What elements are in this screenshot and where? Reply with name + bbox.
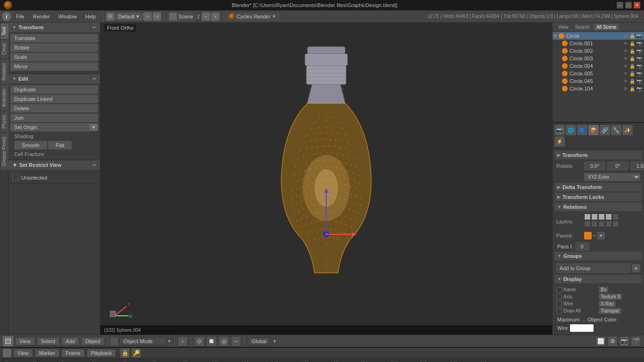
timeline-view[interactable]: View xyxy=(13,349,33,357)
key-icon[interactable]: 🔑 xyxy=(131,348,141,358)
pass-value[interactable]: 0 xyxy=(575,242,589,251)
outliner-item-circle045[interactable]: Circle.045 👁 🔒 📷 xyxy=(553,77,644,85)
tab-view[interactable]: View xyxy=(555,24,571,30)
props-tab-render[interactable]: 📷 xyxy=(554,125,565,135)
add-screen-button[interactable]: + xyxy=(143,12,152,21)
layer-7[interactable] xyxy=(591,221,598,227)
display-header[interactable]: ▼ Display xyxy=(554,275,642,283)
add-to-group-button[interactable]: Add to Group xyxy=(556,263,630,273)
add-group-plus-button[interactable]: + xyxy=(632,264,640,272)
view-settings-btn[interactable]: ⚙ xyxy=(607,336,618,346)
transform-prop-header[interactable]: ▶ Transform xyxy=(554,151,642,159)
close-screen-button[interactable]: × xyxy=(153,12,161,21)
layer-8[interactable] xyxy=(598,221,605,227)
props-tab-constraints[interactable]: 🔗 xyxy=(600,125,610,135)
delta-transform-header[interactable]: ▶ Delta Transform xyxy=(554,183,642,191)
name-checkbox[interactable] xyxy=(556,287,562,293)
tab-all-scenes[interactable]: All Scene xyxy=(594,24,619,30)
delete-button[interactable]: Delete xyxy=(10,104,98,113)
viewport[interactable]: Front Ortho + xyxy=(100,23,552,335)
set-origin-button[interactable]: Set Origin xyxy=(10,123,89,132)
close-button[interactable]: ✕ xyxy=(634,2,640,8)
wire-checkbox[interactable] xyxy=(556,301,562,307)
tab-creat[interactable]: Creat xyxy=(0,39,8,58)
rot-x[interactable]: 0.0° xyxy=(584,162,605,170)
flat-button[interactable]: Flat xyxy=(48,141,72,149)
set-origin-dropdown[interactable]: ▼ xyxy=(89,123,98,131)
workspace-dropdown[interactable]: Default ▼ xyxy=(116,13,143,20)
groups-header[interactable]: ▼ Groups xyxy=(554,252,642,260)
object-menu[interactable]: Object xyxy=(81,337,105,346)
scale-button[interactable]: Scale xyxy=(10,53,98,61)
props-tab-object[interactable]: 📦 xyxy=(588,125,599,135)
props-tab-scene[interactable]: 🌐 xyxy=(566,125,576,135)
rotation-mode-select[interactable]: XYZ Euler xyxy=(584,173,640,181)
outliner-item-circle005[interactable]: Circle.005 👁 🔒 📷 xyxy=(553,70,644,77)
minimize-button[interactable]: ─ xyxy=(617,2,623,8)
menu-file[interactable]: File xyxy=(12,13,28,20)
restrict-header[interactable]: ▼ Set Restrict View ⇔ xyxy=(8,160,100,170)
translate-button[interactable]: Translate xyxy=(10,34,98,42)
timeline-frame[interactable]: Frame xyxy=(61,349,85,357)
timeline-marker[interactable]: Marker xyxy=(35,349,59,357)
tab-tool[interactable]: Tool xyxy=(0,23,8,39)
global-select[interactable]: Global xyxy=(248,337,271,346)
object-color-swatch[interactable] xyxy=(570,324,594,332)
lock-icon[interactable]: 🔒 xyxy=(120,348,130,358)
relations-header[interactable]: ▼ Relations xyxy=(554,203,642,211)
render-btn[interactable]: 🎬 xyxy=(631,336,641,346)
outliner-item-circle002[interactable]: Circle.002 👁 🔒 📷 xyxy=(553,47,644,55)
wire-shading-btn[interactable]: ○ xyxy=(178,336,188,346)
layer-5[interactable] xyxy=(612,214,619,220)
proportional-btn[interactable]: ◎ xyxy=(219,336,229,346)
layer-1[interactable] xyxy=(584,214,591,220)
view-menu[interactable]: View xyxy=(15,337,35,346)
pivot-btn[interactable]: ⊙ xyxy=(194,336,205,346)
outliner-item-circle001[interactable]: Circle.001 👁 🔒 📷 xyxy=(553,40,644,47)
menu-render[interactable]: Render xyxy=(29,13,54,20)
rot-z[interactable]: 1.0° xyxy=(630,162,644,170)
layer-10[interactable] xyxy=(612,221,619,227)
duplicate-button[interactable]: Duplicate xyxy=(10,85,98,94)
info-button[interactable]: i xyxy=(2,12,11,21)
props-tab-particles[interactable]: ✨ xyxy=(622,125,633,135)
timeline-playback[interactable]: Playback xyxy=(87,349,116,357)
camera-btn[interactable]: 📷 xyxy=(619,336,629,346)
layer-2[interactable] xyxy=(591,214,598,220)
tab-search[interactable]: Search xyxy=(572,24,593,30)
tab-animatio[interactable]: Animatio xyxy=(0,84,8,111)
transform-header[interactable]: ▼ Transform ⇔ xyxy=(8,23,100,32)
edit-header[interactable]: ▼ Edit ⇔ xyxy=(8,74,100,83)
add-scene-button[interactable]: + xyxy=(202,12,210,21)
props-tab-world[interactable]: 🔵 xyxy=(577,125,587,135)
rot-y[interactable]: 0° xyxy=(607,162,628,170)
tab-physic[interactable]: Physic xyxy=(0,110,8,132)
layer-9[interactable] xyxy=(605,221,612,227)
parent-dropdown-btn[interactable]: ▼ xyxy=(597,232,605,239)
props-tab-physics[interactable]: ⚡ xyxy=(554,136,565,147)
duplicate-linked-button[interactable]: Duplicate Linked xyxy=(10,95,98,103)
tab-grease-pencil[interactable]: Grease Pencil xyxy=(0,132,8,170)
tab-relation[interactable]: Relation xyxy=(0,59,8,84)
mode-select[interactable]: Object Mode xyxy=(119,337,166,346)
close-scene-button[interactable]: × xyxy=(211,12,220,21)
mirror-button[interactable]: Mirror xyxy=(10,62,98,71)
snap-btn[interactable]: 🔲 xyxy=(206,336,217,346)
join-button[interactable]: Join xyxy=(10,114,98,122)
menu-help[interactable]: Help xyxy=(82,13,100,20)
maximize-button[interactable]: □ xyxy=(625,2,632,8)
layer-3[interactable] xyxy=(598,214,605,220)
props-tab-modifiers[interactable]: 🔧 xyxy=(611,125,621,135)
transform-locks-header[interactable]: ▶ Transform Locks xyxy=(554,193,642,201)
outliner-item-circle104[interactable]: Circle.104 👁 🔒 📷 xyxy=(553,85,644,92)
rotate-button[interactable]: Rotate xyxy=(10,43,98,52)
display-mode-btn[interactable]: ⬜ xyxy=(595,336,606,346)
smooth-button[interactable]: Smooth xyxy=(14,141,47,149)
screen-layout-icon[interactable]: ⊞ xyxy=(106,12,115,21)
transform-manipulator-btn[interactable]: ↔ xyxy=(231,336,241,346)
outliner-item-circle003[interactable]: Circle.003 👁 🔒 📷 xyxy=(553,55,644,62)
unselected-checkbox[interactable] xyxy=(12,174,18,181)
axis-checkbox[interactable] xyxy=(556,294,562,300)
toolbar-scene-icon[interactable] xyxy=(3,336,13,346)
select-menu[interactable]: Select xyxy=(37,337,60,346)
